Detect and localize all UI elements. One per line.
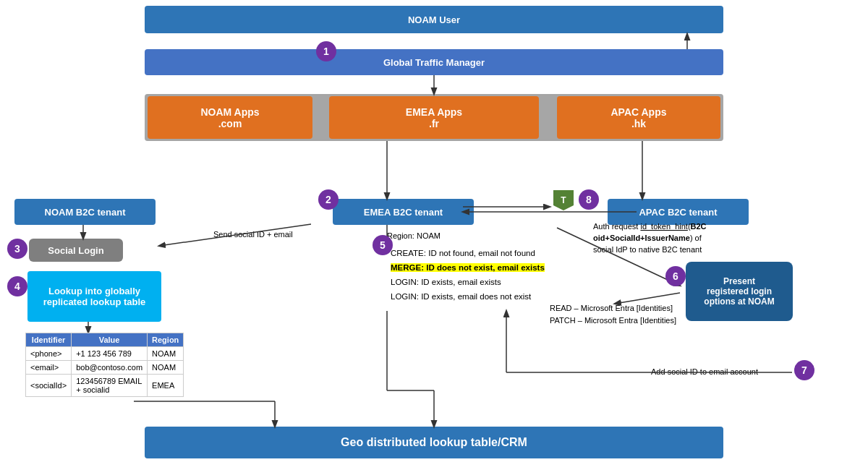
read-patch-label: READ – Microsoft Entra [Identities]PATCH… [550,302,676,327]
present-login-box: Presentregistered loginoptions at NOAM [686,262,793,321]
geo-table-label: Geo distributed lookup table/CRM [341,436,527,449]
step5-line2-text: MERGE: ID does not exist, email exists [391,263,545,272]
col-identifier: Identifier [26,333,72,347]
col-region: Region [148,333,184,347]
noam-apps-label: NOAM Apps.com [200,106,259,129]
emea-b2c-box: EMEA B2C tenant [333,199,474,225]
region-noam-label: Region: NOAM [387,231,441,240]
step5-line2: MERGE: ID does not exist, email exists [391,260,545,275]
emea-b2c-label: EMEA B2C tenant [364,207,443,218]
emea-apps-box: EMEA Apps.fr [329,96,539,139]
step5-content: CREATE: ID not found, email not found ME… [391,246,545,304]
noam-user-box: NOAM User [145,6,723,33]
badge-6: 6 [665,266,686,286]
apac-b2c-label: APAC B2C tenant [639,207,717,218]
apac-apps-label: APAC Apps.hk [611,106,667,129]
badge-2: 2 [318,189,339,210]
table-row: <email> bob@contoso.com NOAM [26,361,184,375]
gtm-box: Global Traffic Manager [145,49,723,75]
step5-line3: LOGIN: ID exists, email exists [391,275,545,289]
lookup-box: Lookup into globallyreplicated lookup ta… [27,271,161,322]
table-row: <socialId> 123456789 EMAIL+ socialid EME… [26,375,184,397]
social-login-label: Social Login [48,245,103,256]
badge-3: 3 [7,239,27,259]
social-login-box: Social Login [29,239,123,262]
auth-request-label: Auth request id_token_hint(B2C oid+Socia… [593,221,709,255]
send-social-label: Send social ID + email [213,230,293,239]
add-social-label: Add social ID to email account [651,367,758,376]
badge-5: 5 [373,235,393,255]
noam-user-label: NOAM User [408,14,460,25]
present-login-label: Presentregistered loginoptions at NOAM [704,276,774,307]
apac-apps-box: APAC Apps.hk [557,96,720,139]
pentagon-t: T [553,190,574,210]
gtm-label: Global Traffic Manager [383,57,485,68]
table-row: <phone> +1 123 456 789 NOAM [26,347,184,361]
badge-7: 7 [794,360,814,380]
geo-table-box: Geo distributed lookup table/CRM [145,427,723,458]
noam-apps-box: NOAM Apps.com [148,96,312,139]
architecture-diagram: NOAM User 1 Global Traffic Manager NOAM … [0,0,868,470]
col-value: Value [72,333,148,347]
emea-apps-label: EMEA Apps.fr [406,106,462,129]
step5-line1: CREATE: ID not found, email not found [391,246,545,260]
badge-8: 8 [579,189,599,210]
badge-1: 1 [316,41,336,61]
noam-b2c-box: NOAM B2C tenant [14,199,156,225]
badge-4: 4 [7,276,27,296]
lookup-table: Identifier Value Region <phone> +1 123 4… [25,333,184,397]
step5-line4: LOGIN: ID exists, email does not exist [391,289,545,304]
lookup-label: Lookup into globallyreplicated lookup ta… [43,286,146,307]
noam-b2c-label: NOAM B2C tenant [45,207,126,218]
